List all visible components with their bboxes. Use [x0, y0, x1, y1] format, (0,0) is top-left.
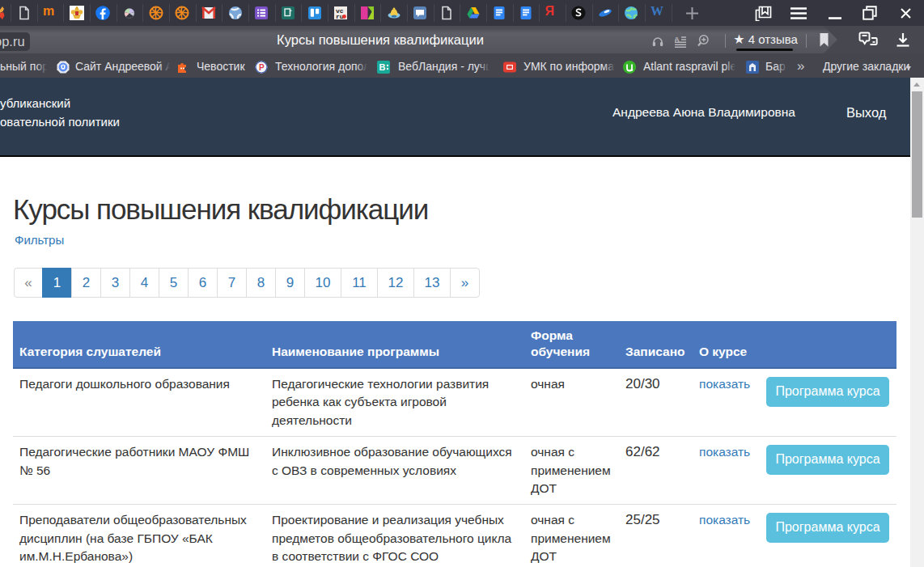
svg-text:В: В: [379, 62, 386, 72]
svg-text:Р: Р: [259, 63, 265, 72]
